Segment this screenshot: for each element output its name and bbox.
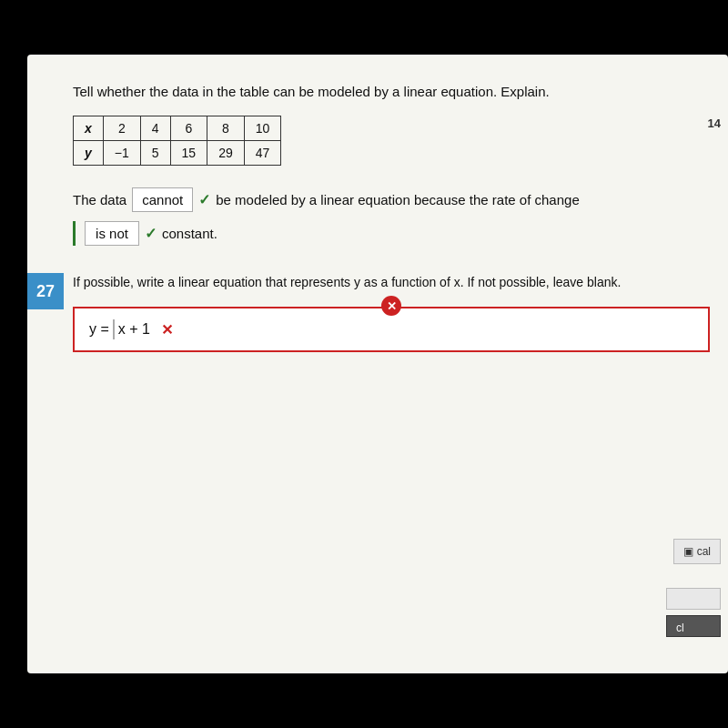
table-x-2: 2 (103, 116, 140, 141)
answer-middle-text: be modeled by a linear equation because … (216, 192, 579, 207)
table-x-10: 10 (244, 116, 281, 141)
table-header-x: x (74, 116, 104, 141)
red-answer-container: ✕ y = x + 1 ✕ (73, 307, 710, 352)
problem-27-container: 27 If possible, write a linear equation … (73, 273, 710, 352)
equation-input[interactable]: x + 1 (113, 319, 154, 339)
answer-suffix: constant. (162, 226, 217, 241)
left-bar (73, 221, 76, 246)
bottom-button-cl[interactable]: cl (666, 615, 721, 637)
answer-row-1: The data cannot ✓ be modeled by a linear… (73, 187, 710, 212)
problem-number-badge: 27 (27, 273, 64, 309)
answer-row-2: is not ✓ constant. (73, 221, 710, 246)
bottom-button-1[interactable] (666, 588, 721, 610)
table-x-4: 4 (140, 116, 170, 141)
equation-prefix: y = (89, 321, 109, 338)
table-y-4: 29 (207, 141, 245, 166)
table-header-y: y (74, 141, 104, 166)
table-y-3: 15 (170, 141, 207, 166)
equation-display: y = x + 1 ✕ (89, 319, 693, 339)
calculator-label: cal (697, 545, 711, 558)
question-text: Tell whether the data in the table can b… (73, 82, 710, 101)
answer-section: The data cannot ✓ be modeled by a linear… (73, 187, 710, 246)
bottom-button-cl-label: cl (676, 622, 684, 634)
calculator-icon: ▣ (683, 545, 693, 558)
data-table: x 2 4 6 8 10 y −1 5 15 29 47 (73, 116, 281, 166)
table-x-6: 6 (170, 116, 207, 141)
red-x-inline-icon[interactable]: ✕ (161, 321, 173, 339)
table-x-8: 8 (207, 116, 245, 141)
answer-prefix: The data (73, 192, 126, 207)
table-y-2: 5 (140, 141, 170, 166)
red-x-top-icon: ✕ (381, 296, 401, 316)
answer-word1[interactable]: cannot (132, 187, 193, 212)
answer-word2[interactable]: is not (85, 221, 139, 246)
check-icon-2: ✓ (145, 225, 157, 242)
check-icon-1: ✓ (198, 191, 210, 208)
problem-27-text: If possible, write a linear equation tha… (73, 273, 710, 292)
calculator-button[interactable]: ▣ cal (673, 539, 721, 564)
table-y-5: 47 (244, 141, 281, 166)
table-y-1: −1 (103, 141, 140, 166)
